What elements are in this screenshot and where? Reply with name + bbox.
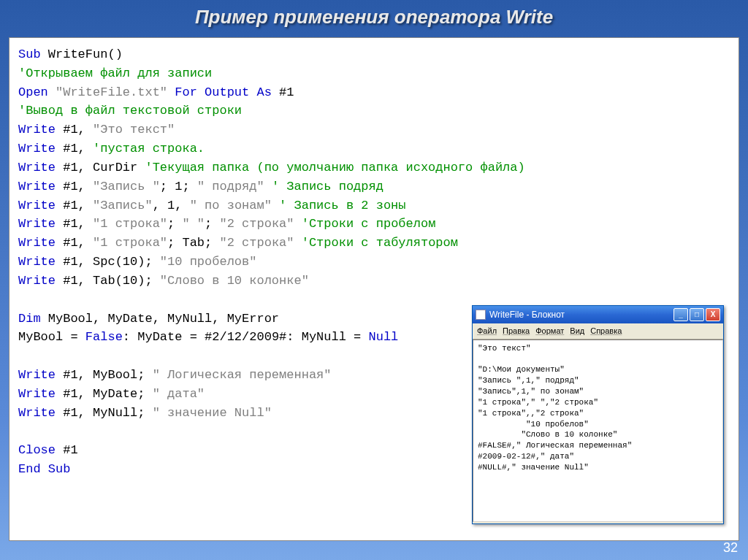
menu-format[interactable]: Формат — [535, 325, 564, 337]
comment: ' Запись в 2 зоны — [279, 199, 405, 212]
notepad-titlebar[interactable]: WriteFile - Блокнот _ □ X — [473, 306, 723, 323]
notepad-menu[interactable]: Файл Правка Формат Вид Справка — [473, 323, 723, 340]
assign: : MyDate = #2/12/2009#: MyNull = — [123, 330, 369, 344]
kw-write: Write — [18, 180, 56, 193]
kw-null: Null — [369, 330, 399, 344]
kw-write: Write — [18, 161, 56, 174]
page-number: 32 — [723, 540, 738, 556]
str: "1 строка" — [93, 217, 167, 231]
menu-view[interactable]: Вид — [570, 325, 584, 337]
comment: 'Текущая папка (по умолчанию папка исход… — [145, 161, 524, 174]
str: "1 строка" — [93, 236, 167, 250]
str: "Слово в 10 колонке" — [160, 274, 309, 288]
sp — [272, 199, 279, 212]
str: "Это текст" — [93, 123, 175, 137]
close-button[interactable]: X — [706, 308, 720, 321]
sub-name: WriteFun() — [41, 47, 123, 61]
arg: #1, MyDate; — [56, 387, 153, 401]
kw-write: Write — [18, 142, 56, 156]
kw-write: Write — [18, 387, 56, 401]
menu-help[interactable]: Справка — [590, 325, 622, 337]
sp — [294, 217, 302, 231]
notepad-title: WriteFile - Блокнот — [489, 308, 673, 321]
arg: ; — [205, 217, 219, 231]
kw-for-output: For Output As — [175, 85, 272, 99]
str: " значение Null" — [153, 406, 272, 420]
arg: #1, Spc(10); — [56, 255, 160, 269]
str: " Логическая переменная" — [153, 368, 332, 382]
kw-false: False — [85, 330, 123, 344]
vars: MyBool, MyDate, MyNull, MyError — [41, 312, 279, 326]
comment: 'пустая строка. — [93, 142, 205, 156]
kw-sub: Sub — [18, 47, 41, 61]
comment: 'Строки с пробелом — [302, 217, 436, 231]
kw-end-sub: End Sub — [18, 462, 70, 476]
arg: #1 — [56, 443, 78, 457]
kw-write: Write — [18, 123, 56, 137]
arg: #1, — [56, 123, 93, 137]
arg: #1, MyNull; — [56, 406, 153, 420]
kw-dim: Dim — [18, 312, 41, 326]
arg: ; Tab; — [167, 236, 219, 250]
assign: MyBool = — [18, 330, 85, 344]
arg: #1, Tab(10); — [56, 274, 160, 288]
menu-edit[interactable]: Правка — [503, 325, 530, 337]
arg: ; 1; — [160, 180, 197, 193]
slide-title: Пример применения оператора Write — [0, 0, 748, 37]
comment: 'Вывод в файл текстовой строки — [18, 101, 730, 120]
arg: , 1, — [153, 199, 190, 212]
comment: 'Строки с табулятором — [302, 236, 458, 250]
arg: #1, — [56, 236, 93, 250]
kw-write: Write — [18, 217, 56, 231]
maximize-button[interactable]: □ — [690, 308, 704, 321]
sp — [264, 180, 272, 193]
notepad-content[interactable]: "Это текст" "D:\Мои документы" "Запись "… — [473, 340, 723, 522]
str: " " — [182, 217, 205, 231]
str: "WriteFile.txt" — [48, 85, 175, 99]
kw-write: Write — [18, 274, 56, 288]
str: "Запись" — [93, 199, 153, 212]
str: " по зонам" — [190, 199, 272, 212]
chan: #1 — [272, 85, 294, 99]
notepad-window[interactable]: WriteFile - Блокнот _ □ X Файл Правка Фо… — [472, 305, 724, 524]
code-area: Sub WriteFun() 'Открываем файл для запис… — [9, 37, 739, 541]
sp — [294, 236, 302, 250]
arg: #1, — [56, 217, 93, 231]
arg: #1, — [56, 199, 93, 212]
arg: #1, CurDir — [56, 161, 145, 174]
kw-write: Write — [18, 199, 56, 212]
kw-write: Write — [18, 406, 56, 420]
str: "Запись " — [93, 180, 160, 193]
arg: ; — [167, 217, 182, 231]
comment: 'Открываем файл для записи — [18, 64, 730, 83]
str: "10 пробелов" — [160, 255, 257, 269]
kw-close: Close — [18, 443, 56, 457]
str: "2 строка" — [219, 236, 294, 250]
kw-write: Write — [18, 255, 56, 269]
str: " подряд" — [197, 180, 264, 193]
notepad-icon — [476, 310, 486, 320]
minimize-button[interactable]: _ — [673, 308, 688, 321]
kw-write: Write — [18, 368, 56, 382]
arg: #1, — [56, 142, 93, 156]
arg: #1, MyBool; — [56, 368, 153, 382]
comment: ' Запись подряд — [272, 180, 383, 193]
arg: #1, — [56, 180, 93, 193]
str: "2 строка" — [219, 217, 294, 231]
menu-file[interactable]: Файл — [477, 325, 497, 337]
kw-open: Open — [18, 85, 48, 99]
kw-write: Write — [18, 236, 56, 250]
str: " дата" — [153, 387, 205, 401]
